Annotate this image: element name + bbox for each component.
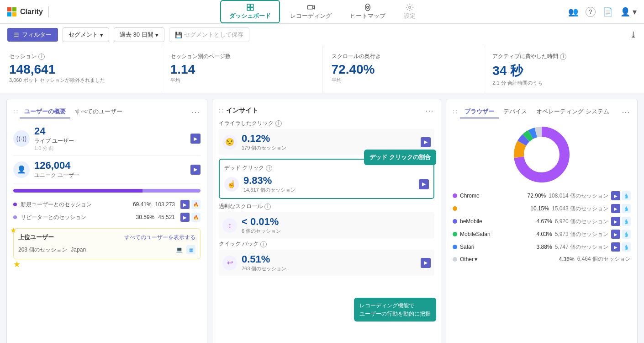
mobile-record-btn[interactable]: ▶ <box>611 217 620 226</box>
tab-browser[interactable]: ブラウザー <box>460 106 499 118</box>
tab-device[interactable]: デバイス <box>499 106 532 118</box>
star-icon-bottom: ★ <box>13 260 21 269</box>
dead-click-icon: ☝ <box>224 177 239 192</box>
other-chevron[interactable]: ▾ <box>475 256 477 263</box>
share-icon[interactable]: 👥 <box>568 7 578 17</box>
returning-session-heatmap-btn[interactable]: 🔥 <box>191 213 201 222</box>
dead-click-row: ☝ 9.83% 14,617 個のセッション ▶ <box>224 175 429 193</box>
live-record-btn[interactable]: ▶ <box>190 134 201 144</box>
insights-panel: ∷ インサイト ⋯ イライラしたクリック i 😒 0.12% 179 個のセッシ… <box>212 99 441 343</box>
mobilesafari-heatmap-btn[interactable]: 💧 <box>622 230 631 239</box>
returning-session-count: 45,521 <box>158 214 175 220</box>
dead-click-label: デッド クリック <box>224 164 264 172</box>
other-count: 6,464 個のセッション <box>577 255 631 263</box>
quick-back-record-btn[interactable]: ▶ <box>421 258 431 268</box>
quick-back-value: 0.51% <box>242 253 286 265</box>
top-users-title: 上位ユーザー <box>18 233 54 241</box>
frustrated-record-btn[interactable]: ▶ <box>421 137 431 147</box>
download-icon[interactable]: ⤓ <box>630 30 637 40</box>
chrome-heatmap-btn[interactable]: 💧 <box>622 191 631 200</box>
mobilesafari-pct: 4.03% <box>537 231 552 237</box>
safari-dot <box>453 245 457 249</box>
new-session-pct: 69.41% <box>133 201 152 208</box>
browser-panel: ∷ ブラウザー デバイス オペレーティング システム ⋯ <box>446 99 638 343</box>
stat-pages-sub: 平均 <box>170 77 313 84</box>
dashboard-icon <box>246 3 254 11</box>
drag-handle2: ∷ <box>219 107 223 115</box>
safari-pct: 3.88% <box>537 244 552 250</box>
quick-back-row: ↩ 0.51% 763 個のセッション ▶ <box>219 250 434 276</box>
svg-rect-1 <box>250 4 253 7</box>
mobilesafari-record-btn[interactable]: ▶ <box>611 230 620 239</box>
unique-users-label: ユニーク ユーザー <box>34 172 79 179</box>
user-overview-panel: ∷ ユーザーの概要 すべてのユーザー ⋯ ((·)) 24 ライブ ユーザー 1… <box>6 99 207 343</box>
other-pct: 4.36% <box>559 256 575 263</box>
returning-session-dot <box>13 215 17 219</box>
chrome-dot <box>453 193 457 198</box>
browser2-heatmap-btn[interactable]: 💧 <box>622 204 631 213</box>
more-menu-insights[interactable]: ⋯ <box>425 106 434 116</box>
main-content: ∷ ユーザーの概要 すべてのユーザー ⋯ ((·)) 24 ライブ ユーザー 1… <box>0 93 644 343</box>
stat-pages: セッション別のページ数 1.14 平均 <box>161 46 322 93</box>
users-icon: 👤 <box>13 161 30 178</box>
unique-record-btn[interactable]: ▶ <box>190 165 201 175</box>
info-icon5: i <box>264 204 271 210</box>
stat-scroll-sub: 平均 <box>332 77 474 84</box>
stat-pages-label: セッション別のページ数 <box>170 53 313 60</box>
notification-icon[interactable]: 📄 <box>603 7 613 17</box>
more-menu-browser[interactable]: ⋯ <box>622 107 631 117</box>
safari-record-btn[interactable]: ▶ <box>611 242 620 252</box>
ms-squares-icon <box>7 7 16 16</box>
period-button[interactable]: 過去 30 日間 ▾ <box>114 27 164 42</box>
help-icon[interactable]: ? <box>586 7 596 17</box>
excessive-scroll-label: 過剰なスクロール <box>219 203 263 210</box>
all-users-link[interactable]: すべてのユーザーを表示する <box>124 234 195 241</box>
user-icon[interactable]: 👤 ▾ <box>620 7 637 17</box>
tab-user-overview[interactable]: ユーザーの概要 <box>20 106 70 118</box>
browser2-count: 15,043 個のセッション <box>552 205 608 213</box>
nav-recording[interactable]: レコーディング <box>282 1 340 22</box>
unique-users-row: 👤 126,004 ユニーク ユーザー ▶ <box>13 156 201 183</box>
toolbar: ☰ フィルター セグメント ▾ 過去 30 日間 ▾ 💾 セグメントとして保存 … <box>0 24 644 46</box>
filter-label: フィルター <box>22 31 52 39</box>
chrome-count: 108,014 個のセッション <box>549 192 608 200</box>
settings-icon <box>406 3 414 11</box>
browser-panel-header: ∷ ブラウザー デバイス オペレーティング システム ⋯ <box>453 106 631 118</box>
nav-settings[interactable]: 設定 <box>396 1 424 22</box>
new-session-heatmap-btn[interactable]: 🔥 <box>191 200 201 209</box>
stat-sessions-label: セッション i <box>9 53 152 60</box>
chrome-record-btn[interactable]: ▶ <box>611 191 620 200</box>
segment-button[interactable]: セグメント ▾ <box>63 27 109 42</box>
session-progress-bar <box>13 189 201 193</box>
safari-heatmap-btn[interactable]: 💧 <box>622 242 631 252</box>
browser-row-other: Other ▾ 4.36% 6,464 個のセッション <box>453 255 631 263</box>
info-icon6: i <box>260 241 267 247</box>
excessive-scroll-row: ↕ < 0.01% 6 個のセッション <box>219 212 434 238</box>
top-user-record-btn[interactable]: ▦ <box>186 245 195 254</box>
svg-rect-3 <box>250 8 253 11</box>
heatmap-icon <box>364 3 372 11</box>
filter-button[interactable]: ☰ フィルター <box>7 28 58 42</box>
svg-rect-0 <box>247 4 250 7</box>
new-session-record-btn[interactable]: ▶ <box>180 200 190 209</box>
save-segment-button[interactable]: 💾 セグメントとして保存 <box>169 27 249 42</box>
segment-label: セグメント <box>69 31 98 39</box>
dead-click-value: 9.83% <box>243 175 296 187</box>
dead-click-record-btn[interactable]: ▶ <box>419 179 429 189</box>
returning-session-record-btn[interactable]: ▶ <box>180 213 190 222</box>
chevron-down-icon: ▾ <box>100 32 103 38</box>
stat-sessions: セッション i 148,641 3,060 ボット セッションが除外されました <box>0 46 161 93</box>
mobile-heatmap-btn[interactable]: 💧 <box>622 217 631 226</box>
main-nav: ダッシュボード レコーディング ヒートマップ 設定 <box>220 0 424 23</box>
insights-header: ∷ インサイト ⋯ <box>219 106 434 116</box>
more-menu-user[interactable]: ⋯ <box>191 107 201 117</box>
tab-all-users[interactable]: すべてのユーザー <box>70 106 127 118</box>
mobile-pct: 4.67% <box>537 218 552 225</box>
header-divider <box>48 6 49 17</box>
browser2-record-btn[interactable]: ▶ <box>611 204 620 213</box>
nav-heatmap[interactable]: ヒートマップ <box>342 1 394 22</box>
tab-os[interactable]: オペレーティング システム <box>532 106 614 118</box>
nav-dashboard[interactable]: ダッシュボード <box>220 0 280 23</box>
star-icon: ★ <box>10 226 16 235</box>
browser-row-mobile: heMobile 4.67% 6,920 個のセッション ▶ 💧 <box>453 217 631 226</box>
